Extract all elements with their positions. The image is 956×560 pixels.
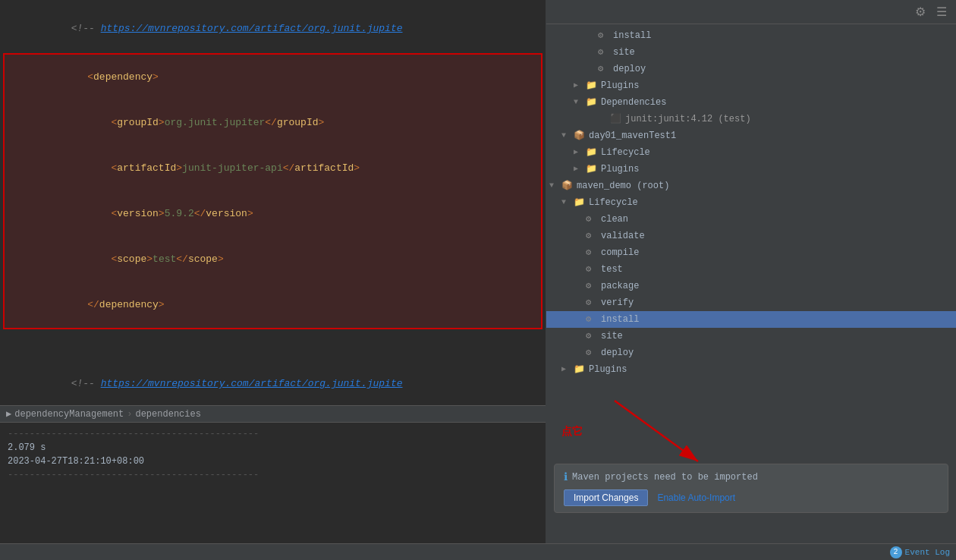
tree-item-site-root[interactable]: ⚙ site <box>546 328 956 344</box>
tree-arrow-maven-demo: ▼ <box>549 178 561 193</box>
status-bar: 2 Event Log <box>0 543 956 560</box>
gear-icon: ⚙ <box>598 45 610 60</box>
gear-icon-compile: ⚙ <box>586 245 598 260</box>
tree-item-package[interactable]: ⚙ package <box>546 278 956 294</box>
tree-label-deploy-root: deploy <box>601 345 634 360</box>
breadcrumb-arrow: ▶ <box>6 408 11 420</box>
event-log-badge: 2 <box>890 546 902 558</box>
gear-icon-verify: ⚙ <box>586 295 598 310</box>
tree-label-day01: day01_mavenTest1 <box>589 128 676 143</box>
tree-label-test: test <box>601 262 623 277</box>
editor-content: <!-- https://mvnrepository.com/artifact/… <box>0 0 546 405</box>
tree-label-lifecycle-root: Lifecycle <box>589 195 638 210</box>
code-line-dep-close1: </dependency> <box>5 282 541 328</box>
tree-label-plugins-day01: Plugins <box>601 162 639 177</box>
terminal-dashed-2: ----------------------------------------… <box>8 468 538 482</box>
gear-icon-test: ⚙ <box>586 262 598 277</box>
blank-line-1 <box>0 331 546 346</box>
tree-item-validate[interactable]: ⚙ validate <box>546 228 956 244</box>
tree-arrow-plugins: ▶ <box>574 78 586 93</box>
tree-label-lifecycle-day01: Lifecycle <box>601 145 650 160</box>
tree-item-plugins-top[interactable]: ▶ 📁 Plugins <box>546 77 956 94</box>
gear-icon: ⚙ <box>598 61 610 77</box>
tree-item-junit[interactable]: ⬛ junit:junit:4.12 (test) <box>546 111 956 127</box>
maven-toolbar: ⚙ ☰ <box>546 0 956 24</box>
maven-panel: ⚙ ☰ ⚙ install ⚙ site ⚙ deploy <box>546 0 956 543</box>
maven-list-button[interactable]: ☰ <box>933 3 950 20</box>
folder-icon-deps: 📁 <box>586 95 598 110</box>
tree-label-dependencies: Dependencies <box>601 95 666 110</box>
tree-label-junit: junit:junit:4.12 (test) <box>625 112 751 127</box>
event-log[interactable]: 2 Event Log <box>890 546 950 558</box>
tree-item-lifecycle-day01[interactable]: ▶ 📁 Lifecycle <box>546 144 956 161</box>
folder-icon-lc-root: 📁 <box>574 195 586 210</box>
gear-icon-package: ⚙ <box>586 278 598 294</box>
tree-arrow-lc-day01: ▶ <box>574 145 586 160</box>
dependency-block-1: <dependency> <groupId>org.junit.jupiter<… <box>3 53 542 329</box>
terminal-date: 2023-04-27T18:21:10+08:00 <box>8 455 538 468</box>
breadcrumb-item-2[interactable]: dependencies <box>135 409 200 420</box>
tree-item-day01[interactable]: ▼ 📦 day01_mavenTest1 <box>546 127 956 144</box>
gear-icon-validate: ⚙ <box>586 228 598 244</box>
terminal-time: 2.079 s <box>8 441 538 455</box>
folder-icon: 📁 <box>586 78 598 93</box>
tree-item-deploy-root[interactable]: ⚙ deploy <box>546 344 956 361</box>
enable-auto-import-button[interactable]: Enable Auto-Import <box>654 489 738 506</box>
tree-label-site-top: site <box>613 45 635 60</box>
tree-label-verify: verify <box>601 295 634 310</box>
gear-icon-clean: ⚙ <box>586 212 598 227</box>
maven-settings-button[interactable]: ⚙ <box>912 3 929 20</box>
tree-item-lifecycle-root[interactable]: ▼ 📁 Lifecycle <box>546 194 956 211</box>
tree-label-deploy-top: deploy <box>613 61 646 77</box>
code-line-comment1: <!-- https://mvnrepository.com/artifact/… <box>0 6 546 52</box>
code-line-scope1: <scope>test</scope> <box>5 237 541 282</box>
tree-item-install-root[interactable]: ⚙ install <box>546 311 956 328</box>
editor-panel: <!-- https://mvnrepository.com/artifact/… <box>0 0 546 543</box>
tree-item-site-top[interactable]: ⚙ site <box>546 44 956 61</box>
tree-label-plugins-root: Plugins <box>589 362 627 377</box>
tree-item-clean[interactable]: ⚙ clean <box>546 211 956 228</box>
import-changes-button[interactable]: Import Changes <box>564 489 648 506</box>
module-icon-maven-demo: 📦 <box>561 178 574 193</box>
tree-label-compile: compile <box>601 245 639 260</box>
breadcrumb-sep: › <box>127 409 132 420</box>
breadcrumb-item-1[interactable]: dependencyManagement <box>14 409 124 420</box>
tree-label-maven-demo: maven_demo (root) <box>577 178 669 193</box>
code-area: <!-- https://mvnrepository.com/artifact/… <box>0 0 546 405</box>
code-line-version1: <version>5.9.2</version> <box>5 191 541 237</box>
terminal-dashed-1: ----------------------------------------… <box>8 427 538 441</box>
tree-label-install-top: install <box>613 28 651 43</box>
folder-icon-plugins-root: 📁 <box>574 362 586 377</box>
import-actions: Import Changes Enable Auto-Import <box>564 489 939 506</box>
code-line-groupid1: <groupId>org.junit.jupiter</groupId> <box>5 100 541 146</box>
tree-item-dependencies[interactable]: ▼ 📁 Dependencies <box>546 94 956 111</box>
tree-arrow-pl-day01: ▶ <box>574 162 586 177</box>
terminal-panel: ----------------------------------------… <box>0 422 546 543</box>
tree-label-package: package <box>601 278 639 294</box>
tree-arrow-lc-root: ▼ <box>561 195 574 210</box>
tree-item-install-top[interactable]: ⚙ install <box>546 27 956 44</box>
gear-icon-site-root: ⚙ <box>586 329 598 344</box>
tree-arrow-day01: ▼ <box>561 128 574 143</box>
notification-header: ℹ Maven projects need to be imported <box>564 470 939 483</box>
tree-item-deploy-top[interactable]: ⚙ deploy <box>546 61 956 77</box>
folder-icon-pl-day01: 📁 <box>586 162 598 177</box>
blank-line-2 <box>0 346 546 361</box>
event-log-label: Event Log <box>905 548 950 557</box>
tree-item-test[interactable]: ⚙ test <box>546 261 956 278</box>
tree-item-verify[interactable]: ⚙ verify <box>546 294 956 311</box>
tree-item-compile[interactable]: ⚙ compile <box>546 244 956 261</box>
breadcrumb: ▶ dependencyManagement › dependencies <box>0 405 546 422</box>
gear-icon: ⚙ <box>598 28 610 43</box>
tree-item-plugins-root[interactable]: ▶ 📁 Plugins <box>546 361 956 378</box>
module-icon-day01: 📦 <box>574 128 586 143</box>
notification-message: Maven projects need to be imported <box>572 472 758 483</box>
code-line-dep-open1: <dependency> <box>5 55 541 100</box>
tree-item-maven-demo[interactable]: ▼ 📦 maven_demo (root) <box>546 178 956 194</box>
code-line-comment2: <!-- https://mvnrepository.com/artifact/… <box>0 361 546 405</box>
tree-label-clean: clean <box>601 212 628 227</box>
gear-icon-deploy-root: ⚙ <box>586 345 598 360</box>
tree-label-validate: validate <box>601 228 645 244</box>
tree-item-plugins-day01[interactable]: ▶ 📁 Plugins <box>546 161 956 178</box>
tree-label-site-root: site <box>601 329 623 344</box>
